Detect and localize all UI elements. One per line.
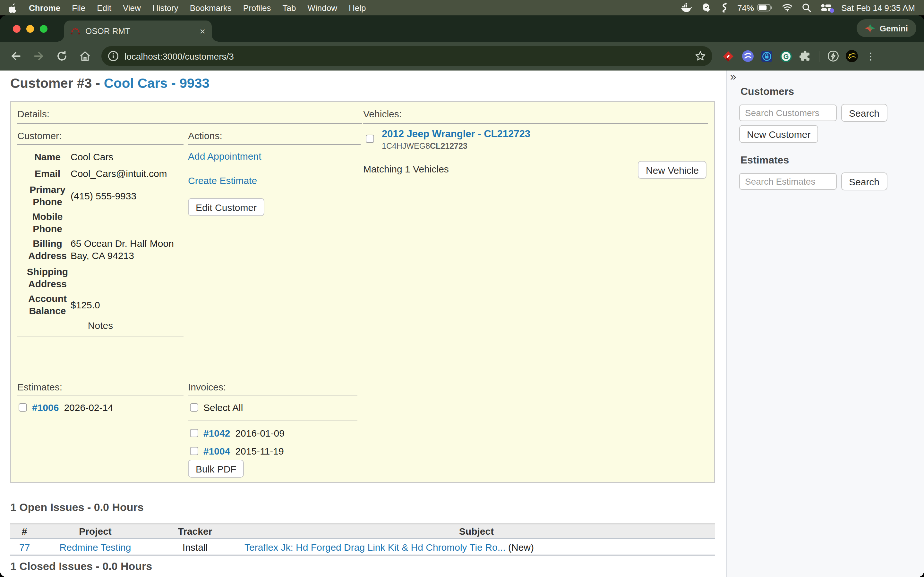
vehicles-section-header: Vehicles: — [363, 108, 402, 119]
screen: Chrome File Edit View History Bookmarks … — [0, 0, 924, 577]
field-value: 65 Ocean Dr. Half Moon Bay, CA 94213 — [71, 237, 185, 261]
window-zoom-button[interactable] — [40, 25, 47, 33]
stripes-extension-icon[interactable] — [741, 50, 754, 63]
issue-tracker: Install — [152, 542, 238, 552]
menu-item-file[interactable]: File — [72, 3, 86, 13]
battery-percent: 74% — [737, 3, 754, 13]
invoice-checkbox[interactable] — [190, 429, 198, 437]
extensions-puzzle-icon[interactable] — [799, 50, 812, 63]
bulk-pdf-button[interactable]: Bulk PDF — [188, 460, 244, 478]
field-label: Billing Address — [26, 237, 69, 261]
select-all-checkbox[interactable] — [190, 403, 198, 412]
grammarly-icon[interactable]: G — [780, 50, 792, 63]
red-extension-icon[interactable] — [722, 50, 735, 63]
actions-subheader: Actions: — [188, 130, 222, 141]
invoice-checkbox[interactable] — [190, 447, 198, 455]
new-customer-button[interactable]: New Customer — [739, 125, 818, 143]
window-minimize-button[interactable] — [26, 25, 34, 33]
search-estimates-button[interactable]: Search — [841, 172, 887, 190]
select-all-row: Select All — [190, 402, 243, 413]
menu-item-bookmarks[interactable]: Bookmarks — [190, 3, 232, 13]
window-close-button[interactable] — [13, 25, 21, 33]
new-vehicle-button[interactable]: New Vehicle — [638, 161, 706, 179]
menu-item-chrome[interactable]: Chrome — [29, 3, 60, 13]
estimate-row: #1006 2026-02-14 — [19, 402, 113, 413]
search-customers-button[interactable]: Search — [841, 104, 887, 122]
create-estimate-link[interactable]: Create Estimate — [188, 175, 257, 186]
battery-saver-leaf-icon[interactable] — [827, 50, 839, 63]
issue-status: (New) — [508, 542, 534, 552]
browser-tab[interactable]: OSOR RMT × — [64, 21, 212, 42]
menu-item-view[interactable]: View — [123, 3, 141, 13]
home-icon[interactable] — [77, 48, 92, 64]
col-header-tracker: Tracker — [152, 526, 238, 537]
reload-icon[interactable] — [54, 48, 69, 64]
closed-issues-heading: 1 Closed Issues - 0.0 Hours — [10, 560, 152, 573]
omnibox[interactable]: localhost:3000/customers/3 — [102, 46, 712, 66]
invoice-row: #1004 2015-11-19 — [190, 446, 284, 456]
forward-icon[interactable] — [31, 48, 46, 64]
vin-bold: CL212723 — [430, 142, 467, 151]
docker-icon[interactable] — [681, 3, 692, 12]
open-issues-heading: 1 Open Issues - 0.0 Hours — [10, 501, 144, 514]
more-menu-icon[interactable]: ⋮ — [864, 50, 877, 63]
issue-project-link[interactable]: Redmine Testing — [60, 542, 131, 552]
browser-toolbar: localhost:3000/customers/3 G — [0, 42, 924, 71]
gemini-label: Gemini — [880, 23, 908, 33]
estimate-date: 2026-02-14 — [64, 402, 113, 413]
field-label: Name — [26, 151, 69, 163]
issue-id-link[interactable]: 77 — [19, 542, 30, 552]
search-estimates-input[interactable] — [739, 173, 837, 190]
menu-item-window[interactable]: Window — [308, 3, 338, 13]
col-header-project: Project — [39, 526, 152, 537]
gemini-sparkle-icon — [865, 23, 875, 33]
profile-avatar[interactable] — [846, 50, 858, 62]
back-icon[interactable] — [8, 48, 23, 64]
menu-item-edit[interactable]: Edit — [97, 3, 111, 13]
menu-item-history[interactable]: History — [152, 3, 178, 13]
menu-item-help[interactable]: Help — [349, 3, 366, 13]
field-label: Mobile Phone — [26, 210, 69, 235]
edit-customer-button[interactable]: Edit Customer — [188, 198, 264, 216]
estimate-checkbox[interactable] — [19, 403, 27, 412]
seahorse-icon[interactable] — [720, 3, 728, 13]
wifi-icon[interactable] — [782, 4, 792, 11]
matching-vehicles-text: Matching 1 Vehicles — [363, 163, 449, 174]
hand-icon[interactable] — [701, 3, 711, 13]
menu-bar-clock[interactable]: Sat Feb 14 9:35 AM — [841, 3, 915, 13]
page-title-prefix: Customer #3 - — [10, 76, 104, 90]
invoice-link[interactable]: #1042 — [204, 428, 230, 438]
browser-window: OSOR RMT × + Gemini — [0, 15, 924, 577]
field-label: Email — [26, 167, 69, 179]
page-title: Customer #3 - Cool Cars - 9933 — [10, 76, 210, 91]
invoice-date: 2015-11-19 — [235, 446, 284, 456]
collapse-sidebar-icon[interactable]: » — [730, 71, 736, 83]
invoice-date: 2016-01-09 — [235, 428, 284, 438]
divider — [17, 337, 184, 337]
menu-item-tab[interactable]: Tab — [283, 3, 296, 13]
menu-item-profiles[interactable]: Profiles — [243, 3, 271, 13]
invoice-link[interactable]: #1004 — [204, 446, 230, 456]
issues-table: # Project Tracker Subject 77 Redmine Tes… — [10, 523, 715, 556]
invoice-row: #1042 2016-01-09 — [190, 428, 284, 438]
estimate-link[interactable]: #1006 — [32, 402, 59, 413]
apple-logo-icon[interactable] — [9, 3, 17, 13]
bookmark-star-icon[interactable] — [695, 51, 706, 61]
spotlight-search-icon[interactable] — [802, 3, 811, 12]
issues-table-header: # Project Tracker Subject — [10, 523, 715, 539]
site-info-icon[interactable] — [108, 51, 119, 61]
battery-icon[interactable] — [757, 4, 772, 11]
divider — [188, 396, 357, 396]
vehicle-link[interactable]: 2012 Jeep Wrangler - CL212723 — [382, 128, 530, 140]
lock-extension-icon[interactable] — [760, 50, 773, 63]
field-value: Cool Cars — [71, 151, 185, 163]
tab-close-icon[interactable]: × — [200, 26, 205, 36]
customer-name-link[interactable]: Cool Cars - 9933 — [104, 76, 210, 90]
gemini-button[interactable]: Gemini — [857, 19, 916, 37]
control-center-icon[interactable] — [821, 4, 832, 11]
vehicle-checkbox[interactable] — [366, 135, 374, 143]
search-customers-input[interactable] — [739, 105, 837, 121]
details-section-header: Details: — [17, 108, 49, 119]
add-appointment-link[interactable]: Add Appointment — [188, 151, 262, 161]
issue-subject-link[interactable]: Teraflex Jk: Hd Forged Drag Link Kit & H… — [244, 542, 506, 552]
